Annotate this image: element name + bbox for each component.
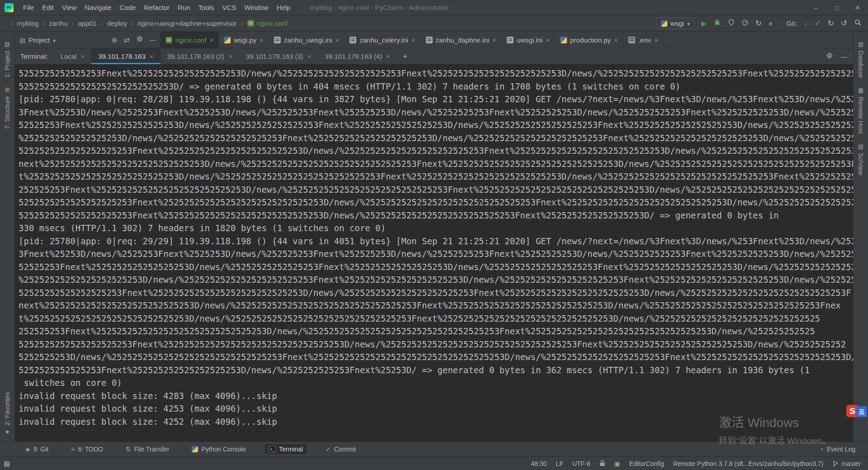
menu-item[interactable]: Tools — [194, 1, 218, 14]
project-icon — [19, 36, 25, 44]
rerun-icon[interactable] — [755, 19, 762, 28]
close-icon[interactable] — [492, 36, 496, 44]
screen-reader-icon[interactable] — [614, 460, 620, 467]
history-button[interactable] — [828, 19, 834, 28]
breadcrumb-item[interactable]: nginx.conf — [237, 19, 288, 27]
terminal-tab[interactable]: 39.101.178.163 (4) — [318, 48, 397, 64]
close-icon[interactable] — [546, 36, 550, 44]
commit-button[interactable] — [814, 19, 821, 28]
close-icon[interactable] — [228, 52, 232, 60]
close-icon[interactable] — [150, 52, 154, 60]
event-log-button[interactable]: Event Log — [819, 446, 855, 453]
menu-item[interactable]: Code — [115, 1, 140, 14]
editor-tab[interactable]: nginx.conf — [160, 32, 219, 48]
menu-item[interactable]: Refactor — [140, 1, 174, 14]
menu-item[interactable]: Edit — [38, 1, 58, 14]
tool-window-buttons: 9: Git 6: TODO File Transfer Python Cons… — [22, 444, 359, 454]
close-icon[interactable] — [386, 52, 390, 60]
tool-stripe-button[interactable]: Database — [857, 41, 864, 78]
editorconfig-indicator[interactable]: EditorConfig — [629, 460, 664, 467]
stop-button[interactable] — [769, 19, 772, 28]
breadcrumb-label: nginx.conf — [257, 19, 288, 27]
breadcrumb-label: deploy — [107, 19, 127, 27]
debug-button[interactable] — [713, 19, 721, 28]
git-branch-indicator[interactable]: master — [832, 460, 861, 467]
search-everywhere-button[interactable] — [854, 19, 862, 28]
tool-window-button[interactable]: 6: TODO — [67, 444, 107, 454]
breadcrumb-item[interactable]: deploy — [97, 19, 127, 27]
minimize-icon[interactable] — [806, 0, 826, 15]
editor-tab[interactable]: zanhu_daphne.ini — [421, 32, 502, 48]
ime-indicator[interactable]: S 英 — [846, 405, 867, 417]
tool-stripe-button[interactable]: 7: Structure — [4, 86, 11, 129]
close-icon[interactable] — [411, 36, 415, 44]
terminal-tab[interactable]: 39.101.178.163 (2) — [160, 48, 240, 64]
settings-gear-icon[interactable] — [136, 35, 143, 44]
editor-tab[interactable]: zanhu_celery.ini — [344, 32, 420, 48]
tool-stripe-button[interactable]: 1: Project — [4, 41, 11, 77]
file-encoding-indicator[interactable]: UTF-8 — [572, 460, 590, 467]
close-icon[interactable] — [307, 52, 311, 60]
tool-window-switcher-icon[interactable] — [4, 460, 10, 468]
menu-item[interactable]: View — [58, 1, 80, 14]
run-configuration-select[interactable]: wsgi — [656, 18, 694, 29]
menu-item[interactable]: Navigate — [80, 1, 115, 14]
editor-tab[interactable]: uwsgi.ini — [502, 32, 555, 48]
coverage-button[interactable] — [728, 19, 735, 28]
tool-window-button[interactable]: File Transfer — [122, 444, 173, 454]
close-icon[interactable] — [259, 36, 264, 44]
close-icon[interactable] — [614, 36, 618, 44]
select-opened-file-icon[interactable] — [111, 36, 117, 44]
menu-item[interactable]: VCS — [218, 1, 241, 14]
file-icon — [560, 37, 567, 43]
menu-item[interactable]: Window — [240, 1, 272, 14]
maximize-icon[interactable] — [826, 0, 847, 15]
tool-stripe-button[interactable]: 2: Favorites — [4, 392, 11, 435]
editor-tab[interactable]: production.py — [555, 32, 623, 48]
lock-icon[interactable] — [599, 460, 605, 468]
close-icon[interactable] — [847, 0, 868, 15]
profiler-button[interactable] — [741, 19, 749, 28]
update-project-button[interactable] — [804, 19, 808, 28]
rollback-button[interactable] — [841, 19, 847, 28]
tool-window-button[interactable]: 9: Git — [22, 444, 52, 454]
editor-tab[interactable]: .env — [623, 32, 664, 48]
tool-window-button[interactable]: Terminal — [265, 444, 307, 454]
line-separator-indicator[interactable]: LF — [556, 460, 563, 467]
tool-stripe-button[interactable]: Remote Host — [857, 87, 864, 134]
new-terminal-session-button[interactable] — [397, 48, 413, 64]
tool-window-button[interactable]: Python Console — [188, 444, 250, 454]
cursor-position[interactable]: 48:30 — [531, 460, 547, 467]
close-icon[interactable] — [335, 36, 340, 44]
close-icon[interactable] — [209, 36, 213, 44]
tool-window-button[interactable]: Commit — [322, 444, 359, 454]
hide-panel-icon[interactable] — [150, 36, 156, 44]
menu-item[interactable]: File — [19, 1, 38, 14]
terminal-line: 52525253Fnext%25252525252525253D/news/%2… — [19, 119, 853, 132]
terminal-tab[interactable]: 39.101.178.163 — [91, 48, 160, 64]
breadcrumb-item[interactable]: nginx+uwsgi+daphne+supervisor — [127, 19, 237, 27]
breadcrumb-item[interactable]: zanhu — [38, 19, 67, 27]
editor-tab[interactable]: wsgi.py — [219, 32, 269, 48]
menu-item[interactable]: Run — [174, 1, 194, 14]
terminal-tab-label: Local — [61, 52, 77, 60]
tool-stripe-button[interactable]: SciView — [857, 143, 864, 176]
breadcrumb-item[interactable]: myblog — [6, 19, 38, 27]
terminal-settings-gear-icon[interactable] — [826, 52, 833, 61]
close-icon[interactable] — [81, 52, 85, 60]
tool-stripe-label: 2: Favorites — [4, 392, 11, 425]
editor-tabs: nginx.conf wsgi.py zanhu_uwsgi.ini — [160, 32, 664, 48]
terminal-tab[interactable]: 39.101.178.163 (3) — [239, 48, 318, 64]
terminal-output[interactable]: 5252525252525253Fnext%252525252525252525… — [15, 65, 853, 442]
run-button[interactable] — [701, 19, 707, 28]
terminal-tab[interactable]: Local — [54, 48, 92, 64]
project-view-select[interactable]: Project — [19, 36, 56, 44]
close-icon[interactable] — [654, 36, 658, 44]
collapse-all-icon[interactable] — [124, 36, 130, 44]
editor-tab[interactable]: zanhu_uwsgi.ini — [269, 32, 345, 48]
menu-item[interactable]: Help — [273, 1, 295, 14]
python-interpreter-indicator[interactable]: Remote Python 3.7.8 (sft...Envs/zanhu/bi… — [673, 460, 823, 467]
minimize-panel-icon[interactable] — [840, 52, 847, 60]
window-controls — [806, 0, 868, 15]
breadcrumb-item[interactable]: app01 — [67, 19, 97, 27]
